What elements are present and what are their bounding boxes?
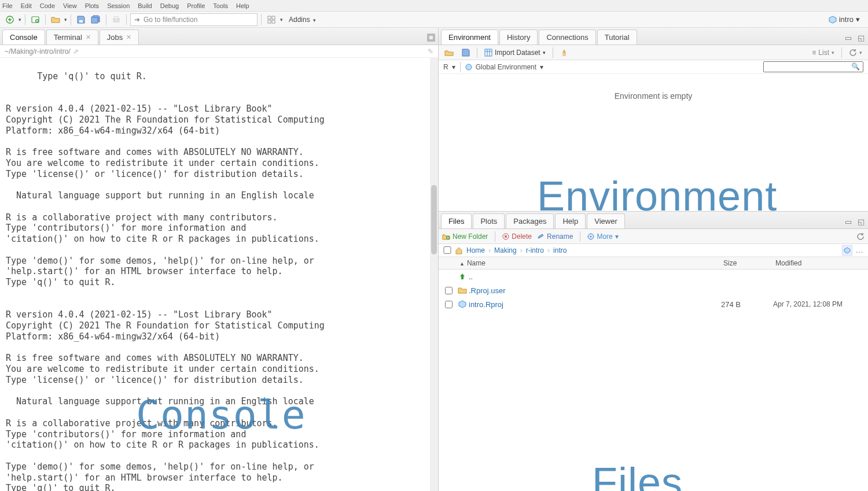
tab-help[interactable]: Help [555,213,586,228]
menu-help[interactable]: Help [236,2,249,9]
crumb-intro[interactable]: intro [553,246,567,254]
scrollbar[interactable] [430,58,438,491]
tab-console[interactable]: Console [2,29,45,45]
menu-plots[interactable]: Plots [85,2,99,9]
tab-history[interactable]: History [499,29,538,45]
menu-session[interactable]: Session [107,2,130,9]
separator [553,47,553,58]
import-dataset-button[interactable]: Import Dataset ▾ [482,47,548,58]
header-modified[interactable]: Modified [775,259,868,267]
new-folder-button[interactable]: New Folder [442,232,488,241]
crumb-making[interactable]: Making [494,246,517,254]
clear-console-icon[interactable]: ✎ [428,47,433,56]
project-selector[interactable]: intro ▾ [824,15,865,24]
goto-file-function-input[interactable]: ➜ Go to file/function [130,13,258,26]
row-checkbox[interactable] [445,287,453,294]
minimize-pane-icon[interactable]: ▭ [844,33,853,42]
tab-connections[interactable]: Connections [539,29,595,45]
minimize-pane-icon[interactable]: ▭ [844,217,853,226]
row-checkbox[interactable] [445,301,453,308]
file-name[interactable]: .Rproj.user [469,286,721,295]
addins-dropdown[interactable]: Addins ▾ [285,16,319,24]
delete-button[interactable]: Delete [502,232,532,241]
tab-help-label: Help [562,217,578,226]
grid-dropdown-caret[interactable]: ▾ [280,17,283,23]
new-file-icon[interactable] [3,13,16,26]
svg-rect-5 [115,17,118,19]
open-file-icon[interactable] [49,13,62,26]
refresh-files-icon[interactable] [856,232,865,241]
console-pathbar: ~/Making/r-intro/intro/ ⇗ ✎ [0,45,438,58]
project-name: intro [839,15,854,24]
addins-label: Addins [289,16,310,24]
view-mode-dropdown[interactable]: ≡ List ▾ [810,47,837,58]
header-size[interactable]: Size [723,259,775,267]
load-workspace-icon[interactable] [442,47,456,58]
file-size: 274 B [721,300,773,309]
caret-down-icon: ▾ [859,50,862,56]
menu-code[interactable]: Code [40,2,55,9]
file-row[interactable]: intro.Rproj 274 B Apr 7, 2021, 12:08 PM [439,297,868,311]
save-icon[interactable] [75,13,87,26]
save-workspace-icon[interactable] [459,47,472,58]
open-file-dropdown-caret[interactable]: ▾ [64,17,67,23]
scrollbar-thumb[interactable] [431,185,437,254]
tab-tutorial[interactable]: Tutorial [597,29,637,45]
tab-viewer-label: Viewer [594,217,617,226]
tab-plots[interactable]: Plots [473,213,505,228]
globe-icon [465,64,472,71]
svg-rect-6 [268,16,271,19]
env-scope-label[interactable]: Global Environment [476,63,536,71]
menu-file[interactable]: File [2,2,13,9]
save-all-icon[interactable] [90,13,102,26]
crumb-home[interactable]: Home [466,246,485,254]
caret-down-icon[interactable]: ▾ [540,63,543,71]
tab-jobs[interactable]: Jobs✕ [100,29,139,45]
crumb-rintro[interactable]: r-intro [526,246,544,254]
window-icon[interactable] [426,33,436,42]
path-arrow-icon[interactable]: ⇗ [73,47,79,56]
tab-terminal[interactable]: Terminal✕ [46,29,98,45]
console-working-dir: ~/Making/r-intro/intro/ [5,47,71,56]
file-row[interactable]: .Rproj.user [439,283,868,297]
tab-environment[interactable]: Environment [441,29,498,45]
close-icon[interactable]: ✕ [86,34,91,41]
env-search-input[interactable] [763,61,863,72]
breadcrumb-sep-icon: › [488,246,491,254]
tab-files-label: Files [448,217,464,226]
maximize-pane-icon[interactable]: ◱ [856,217,866,226]
more-dropdown[interactable]: More ▾ [587,232,618,241]
more-path-icon[interactable]: ... [856,246,863,254]
new-project-icon[interactable] [29,13,42,26]
go-to-project-dir-icon[interactable] [842,245,852,256]
console-output[interactable]: Type 'q()' to quit R. R version 4.0.4 (2… [0,58,438,491]
menu-edit[interactable]: Edit [21,2,32,9]
menu-debug[interactable]: Debug [160,2,179,9]
menu-tools[interactable]: Tools [213,2,228,9]
new-file-dropdown-caret[interactable]: ▾ [19,17,21,23]
maximize-pane-icon[interactable]: ◱ [856,33,866,42]
tab-files[interactable]: Files [441,213,472,228]
rename-label: Rename [547,232,573,241]
refresh-env-icon[interactable]: ▾ [847,47,865,58]
tab-viewer[interactable]: Viewer [587,213,625,228]
file-row-up[interactable]: .. [439,270,868,283]
env-body: Environment is empty Environment [439,74,868,211]
file-name[interactable]: intro.Rproj [469,300,721,309]
folder-icon [456,286,469,294]
home-icon[interactable] [455,246,463,254]
clear-workspace-icon[interactable] [558,47,571,58]
env-language-label[interactable]: R [443,63,448,71]
select-all-checkbox[interactable] [443,246,451,254]
up-arrow-icon [456,272,469,280]
caret-down-icon[interactable]: ▾ [452,63,455,71]
grid-icon[interactable] [265,13,278,26]
tab-packages[interactable]: Packages [506,213,554,228]
header-name[interactable]: ▲Name [456,259,723,267]
menu-profile[interactable]: Profile [187,2,205,9]
rename-button[interactable]: Rename [538,232,573,241]
close-icon[interactable]: ✕ [126,34,131,41]
menu-view[interactable]: View [63,2,77,9]
print-icon[interactable] [110,13,123,26]
menu-build[interactable]: Build [138,2,152,9]
